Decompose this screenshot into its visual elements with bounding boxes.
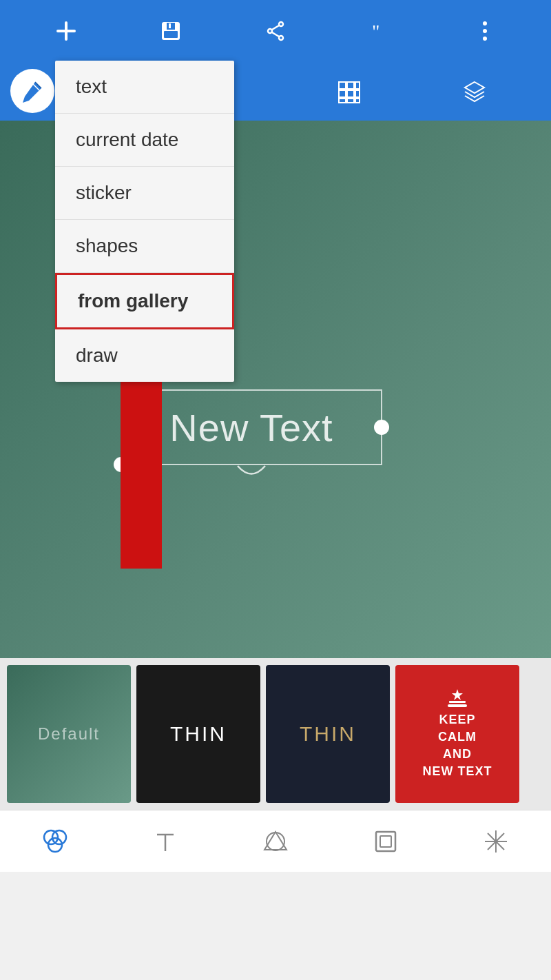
thumbnail-label-default: Default bbox=[38, 724, 100, 744]
thumbnail-keep-calm[interactable]: KEEPCALMANDNEW TEXT bbox=[395, 665, 519, 803]
quote-button[interactable]: " bbox=[363, 14, 397, 48]
edit-circle-button[interactable] bbox=[10, 69, 54, 113]
svg-line-10 bbox=[272, 32, 279, 37]
svg-rect-5 bbox=[169, 23, 171, 28]
menu-item-draw[interactable]: draw bbox=[55, 329, 234, 382]
svg-point-7 bbox=[268, 29, 272, 33]
share-button[interactable] bbox=[258, 14, 293, 48]
svg-text:": " bbox=[372, 21, 380, 42]
nav-frame-button[interactable] bbox=[365, 821, 406, 862]
menu-item-shapes[interactable]: shapes bbox=[55, 220, 234, 273]
thumbnail-default[interactable]: Default bbox=[7, 665, 131, 803]
svg-rect-17 bbox=[339, 82, 346, 89]
bottom-nav bbox=[0, 810, 551, 872]
nav-circles-button[interactable] bbox=[34, 821, 76, 862]
svg-rect-21 bbox=[347, 90, 354, 97]
svg-rect-25 bbox=[355, 99, 360, 103]
svg-rect-22 bbox=[355, 90, 360, 97]
svg-line-9 bbox=[272, 25, 279, 30]
nav-shape-button[interactable] bbox=[255, 821, 296, 862]
nav-sparkle-button[interactable] bbox=[475, 821, 517, 862]
svg-rect-23 bbox=[339, 99, 346, 103]
grid-button[interactable] bbox=[331, 74, 366, 109]
svg-rect-37 bbox=[380, 836, 391, 847]
canvas-text: New Text bbox=[169, 405, 333, 450]
svg-rect-4 bbox=[164, 31, 178, 38]
menu-item-text[interactable]: text bbox=[55, 61, 234, 114]
thumbnail-label-thin1: THIN bbox=[170, 722, 227, 746]
svg-rect-28 bbox=[448, 704, 467, 707]
thumbnail-thin2[interactable]: THIN bbox=[266, 665, 390, 803]
svg-rect-27 bbox=[449, 701, 466, 703]
svg-rect-18 bbox=[347, 82, 354, 89]
menu-item-current-date[interactable]: current date bbox=[55, 114, 234, 167]
svg-rect-19 bbox=[355, 82, 360, 89]
menu-item-from-gallery[interactable]: from gallery bbox=[55, 273, 234, 329]
top-toolbar: " bbox=[0, 0, 551, 62]
layers-button[interactable] bbox=[457, 74, 492, 109]
svg-rect-20 bbox=[339, 90, 346, 97]
svg-rect-36 bbox=[376, 832, 395, 851]
thumbnail-thin1[interactable]: THIN bbox=[136, 665, 260, 803]
dropdown-menu: text current date sticker shapes from ga… bbox=[55, 61, 234, 382]
more-button[interactable] bbox=[468, 14, 502, 48]
svg-point-6 bbox=[279, 22, 283, 26]
svg-point-8 bbox=[279, 36, 283, 40]
add-button[interactable] bbox=[49, 14, 83, 48]
svg-marker-26 bbox=[465, 82, 484, 93]
resize-handle-right[interactable] bbox=[374, 420, 389, 435]
svg-rect-24 bbox=[347, 99, 354, 103]
menu-item-sticker[interactable]: sticker bbox=[55, 167, 234, 220]
save-button[interactable] bbox=[154, 14, 188, 48]
text-curve-handle[interactable] bbox=[234, 462, 269, 488]
thumbnail-label-keep-calm: KEEPCALMANDNEW TEXT bbox=[423, 713, 492, 779]
thumbnail-strip: Default THIN THIN KEEPCALMANDNEW TEXT bbox=[0, 658, 551, 810]
nav-text-button[interactable] bbox=[145, 821, 186, 862]
thumbnail-label-thin2: THIN bbox=[300, 722, 356, 746]
